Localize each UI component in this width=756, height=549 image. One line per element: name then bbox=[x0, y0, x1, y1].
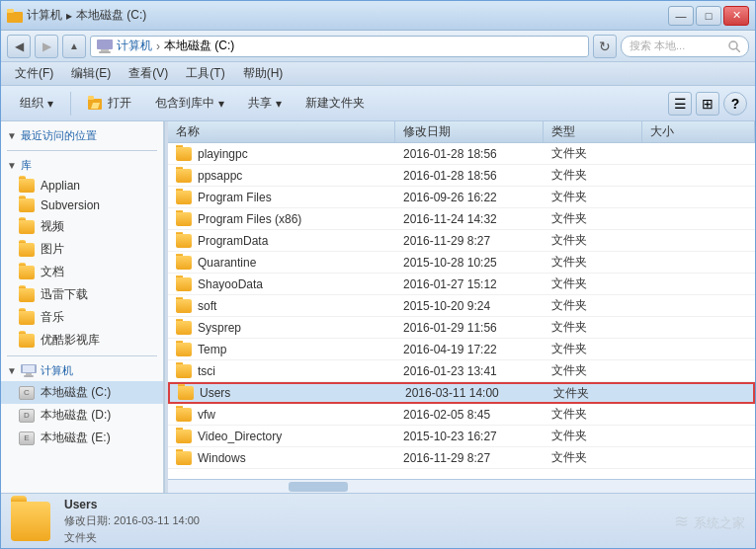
table-row[interactable]: soft 2015-10-20 9:24 文件夹 bbox=[168, 295, 755, 317]
window-icon bbox=[7, 9, 23, 23]
svg-rect-0 bbox=[7, 12, 23, 23]
sidebar-sep-1 bbox=[7, 150, 157, 151]
folder-icon bbox=[176, 212, 192, 226]
table-row-users[interactable]: Users 2016-03-11 14:00 文件夹 bbox=[168, 382, 755, 404]
svg-rect-11 bbox=[23, 365, 35, 372]
folder-icon bbox=[176, 430, 192, 443]
close-button[interactable]: ✕ bbox=[723, 6, 749, 26]
status-bar: Users 修改日期: 2016-03-11 14:00 文件夹 ≋ 系统之家 bbox=[1, 493, 755, 548]
file-name: vfw bbox=[168, 406, 395, 424]
folder-icon bbox=[176, 343, 192, 356]
title-bar-left: 计算机 ▸ 本地磁盘 (C:) bbox=[7, 7, 146, 24]
col-header-type[interactable]: 类型 bbox=[544, 121, 642, 142]
search-box[interactable]: 搜索 本地... bbox=[621, 36, 749, 57]
col-header-size[interactable]: 大小 bbox=[642, 121, 755, 142]
file-date: 2015-10-28 10:25 bbox=[395, 254, 544, 272]
status-info: Users 修改日期: 2016-03-11 14:00 文件夹 bbox=[64, 498, 200, 545]
menu-help[interactable]: 帮助(H) bbox=[235, 63, 292, 84]
table-row[interactable]: ShayooData 2016-01-27 15:12 文件夹 bbox=[168, 274, 755, 295]
table-row[interactable]: Quarantine 2015-10-28 10:25 文件夹 bbox=[168, 252, 755, 274]
table-row[interactable]: Program Files 2016-09-26 16:22 文件夹 bbox=[168, 187, 755, 208]
organize-button[interactable]: 组织 ▾ bbox=[9, 90, 64, 118]
file-type: 文件夹 bbox=[544, 187, 642, 207]
share-button[interactable]: 共享 ▾ bbox=[237, 90, 293, 118]
file-name: ppsappc bbox=[168, 167, 395, 185]
table-row[interactable]: Program Files (x86) 2016-11-24 14:32 文件夹 bbox=[168, 208, 755, 230]
sidebar-item-thunder[interactable]: 迅雷下载 bbox=[1, 283, 163, 306]
toolbar-right: ☰ ⊞ ? bbox=[668, 92, 747, 116]
sidebar-item-diskE[interactable]: E 本地磁盘 (E:) bbox=[1, 427, 163, 449]
file-name: soft bbox=[168, 297, 395, 315]
col-header-date[interactable]: 修改日期 bbox=[395, 121, 544, 142]
open-button[interactable]: 打开 bbox=[77, 90, 142, 118]
back-button[interactable]: ◀ bbox=[7, 35, 31, 58]
file-size bbox=[642, 261, 755, 265]
sidebar-item-pictures[interactable]: 图片 bbox=[1, 238, 163, 261]
file-date: 2016-01-29 11:56 bbox=[395, 319, 544, 337]
address-path[interactable]: 计算机 › 本地磁盘 (C:) bbox=[90, 36, 589, 57]
file-size bbox=[642, 326, 755, 330]
table-row[interactable]: Sysprep 2016-01-29 11:56 文件夹 bbox=[168, 317, 755, 339]
up-button[interactable]: ▲ bbox=[62, 35, 86, 58]
file-name: tsci bbox=[168, 362, 395, 380]
sidebar-item-subversion[interactable]: Subversion bbox=[1, 196, 163, 215]
view-toggle-button[interactable]: ☰ bbox=[668, 92, 692, 116]
table-row[interactable]: playingpc 2016-01-28 18:56 文件夹 bbox=[168, 143, 755, 165]
sidebar-item-video[interactable]: 视频 bbox=[1, 215, 163, 238]
window-title: 计算机 ▸ 本地磁盘 (C:) bbox=[27, 7, 146, 24]
folder-icon bbox=[176, 321, 192, 335]
horizontal-scrollbar[interactable] bbox=[168, 479, 755, 493]
table-row[interactable]: Video_Directory 2015-10-23 16:27 文件夹 bbox=[168, 426, 755, 447]
menu-view[interactable]: 查看(V) bbox=[121, 63, 176, 84]
sidebar-item-diskD[interactable]: D 本地磁盘 (D:) bbox=[1, 404, 163, 427]
sidebar-item-music[interactable]: 音乐 bbox=[1, 306, 163, 329]
file-name: Sysprep bbox=[168, 319, 395, 337]
menu-tools[interactable]: 工具(T) bbox=[178, 63, 232, 84]
newfolder-button[interactable]: 新建文件夹 bbox=[294, 90, 376, 118]
file-date: 2016-04-19 17:22 bbox=[395, 341, 544, 358]
svg-rect-4 bbox=[99, 51, 111, 53]
file-type: 文件夹 bbox=[544, 317, 642, 338]
svg-line-6 bbox=[736, 48, 740, 52]
table-row[interactable]: Windows 2016-11-29 8:27 文件夹 bbox=[168, 447, 755, 469]
file-area: 名称 修改日期 类型 大小 playingpc 2016-01-28 18:56… bbox=[168, 121, 755, 493]
col-header-name[interactable]: 名称 bbox=[168, 121, 395, 142]
sidebar-header-recent[interactable]: ▼ 最近访问的位置 bbox=[1, 125, 163, 146]
menu-edit[interactable]: 编辑(E) bbox=[63, 63, 119, 84]
minimize-button[interactable]: — bbox=[668, 6, 694, 26]
sidebar-section-recent: ▼ 最近访问的位置 bbox=[1, 125, 163, 146]
file-type: 文件夹 bbox=[544, 404, 642, 425]
table-row[interactable]: vfw 2016-02-05 8:45 文件夹 bbox=[168, 404, 755, 426]
hscroll-thumb[interactable] bbox=[289, 482, 348, 492]
refresh-button[interactable]: ↻ bbox=[593, 35, 617, 58]
forward-button[interactable]: ▶ bbox=[35, 35, 58, 58]
sidebar-item-youku[interactable]: 优酷影视库 bbox=[1, 329, 163, 352]
toolbar: 组织 ▾ 打开 包含到库中 ▾ 共享 ▾ 新建文件夹 ☰ ⊞ ? bbox=[1, 86, 755, 121]
file-size bbox=[642, 413, 755, 417]
view-details-button[interactable]: ⊞ bbox=[696, 92, 719, 116]
file-name: Program Files (x86) bbox=[168, 210, 395, 228]
table-row[interactable]: Temp 2016-04-19 17:22 文件夹 bbox=[168, 339, 755, 360]
table-row[interactable]: tsci 2016-01-23 13:41 文件夹 bbox=[168, 360, 755, 382]
folder-icon bbox=[19, 243, 35, 257]
help-button[interactable]: ? bbox=[723, 92, 747, 116]
table-row[interactable]: ProgramData 2016-11-29 8:27 文件夹 bbox=[168, 230, 755, 252]
maximize-button[interactable]: □ bbox=[696, 6, 721, 26]
menu-file[interactable]: 文件(F) bbox=[7, 63, 61, 84]
file-size bbox=[642, 434, 755, 438]
sidebar-item-applian[interactable]: Applian bbox=[1, 176, 163, 196]
svg-point-5 bbox=[729, 41, 737, 49]
sidebar-header-libraries[interactable]: ▼ 库 bbox=[1, 155, 163, 176]
sidebar-item-diskC[interactable]: C 本地磁盘 (C:) bbox=[1, 381, 163, 404]
sidebar-sep-2 bbox=[7, 355, 157, 356]
file-date: 2016-01-27 15:12 bbox=[395, 275, 544, 293]
file-type: 文件夹 bbox=[544, 339, 642, 359]
table-row[interactable]: ppsappc 2016-01-28 18:56 文件夹 bbox=[168, 165, 755, 187]
sidebar-item-documents[interactable]: 文档 bbox=[1, 261, 163, 283]
file-name: Users bbox=[170, 384, 397, 402]
sidebar-header-computer[interactable]: ▼ 计算机 bbox=[1, 360, 163, 381]
file-type: 文件夹 bbox=[544, 360, 642, 381]
include-button[interactable]: 包含到库中 ▾ bbox=[144, 90, 235, 118]
file-date: 2016-01-28 18:56 bbox=[395, 167, 544, 185]
file-type: 文件夹 bbox=[544, 165, 642, 186]
